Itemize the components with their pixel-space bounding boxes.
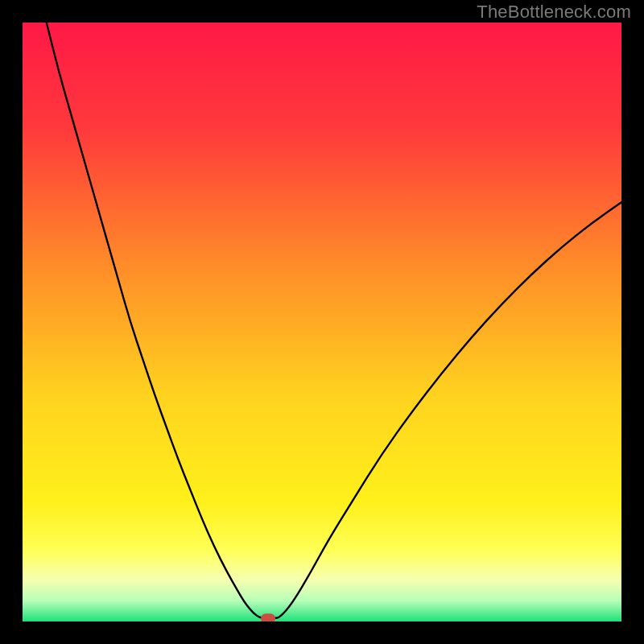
minimum-marker-dot (261, 613, 275, 621)
minimum-marker (261, 613, 275, 621)
plot-area (23, 23, 621, 621)
chart-svg (23, 23, 621, 621)
gradient-background (23, 23, 621, 621)
watermark-text: TheBottleneck.com (477, 2, 631, 23)
chart-container: TheBottleneck.com (0, 0, 644, 644)
